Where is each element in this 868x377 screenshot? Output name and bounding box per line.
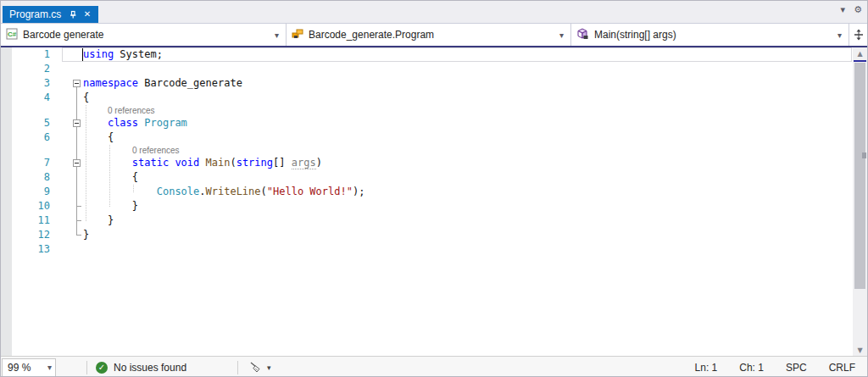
line-number: 7 (1, 156, 50, 170)
code-token: } (83, 200, 138, 212)
code-line[interactable]: 11 } (1, 213, 852, 228)
code-token: namespace (83, 77, 138, 89)
codelens-row[interactable]: 0 references (1, 145, 852, 156)
code-text: } (83, 199, 138, 213)
line-number: 13 (1, 242, 50, 257)
collapse-toggle-icon[interactable] (73, 80, 81, 87)
code-token: args (292, 157, 316, 169)
code-token (83, 117, 108, 129)
document-health-indicator[interactable]: ✓ No issues found (96, 362, 186, 374)
code-token: Main (206, 157, 231, 169)
type-dropdown[interactable]: Barcode_generate.Program ▾ (287, 24, 571, 46)
collapse-toggle-icon[interactable] (73, 159, 81, 167)
code-line[interactable]: 10 } (1, 199, 852, 213)
code-token (199, 157, 205, 169)
member-dropdown[interactable]: Main(string[] args) ▾ (571, 24, 849, 46)
codelens-references-link[interactable]: 0 references (132, 145, 180, 156)
code-line[interactable]: 4{ (1, 91, 852, 105)
text-caret (82, 48, 83, 61)
code-token: System; (114, 48, 163, 60)
code-token: { (83, 131, 114, 143)
code-line[interactable]: 6 { (1, 130, 852, 145)
line-ending-indicator[interactable]: CRLF (829, 362, 855, 374)
fold-margin (50, 213, 83, 228)
tab-bar: Program.cs ✕ ▾ ⚙ (1, 1, 867, 23)
project-dropdown[interactable]: C# Barcode generate ▾ (1, 24, 287, 46)
code-rows: 1using System;23namespace Barcode_genera… (1, 47, 867, 257)
code-line[interactable]: 5 class Program (1, 116, 852, 130)
gear-icon[interactable]: ⚙ (854, 4, 862, 15)
scrollbar-thumb[interactable] (854, 63, 865, 289)
close-icon[interactable]: ✕ (82, 10, 92, 19)
code-line[interactable]: 12} (1, 228, 852, 242)
code-text: namespace Barcode_generate (83, 76, 242, 91)
chevron-down-icon: ▾ (559, 30, 565, 40)
code-token: void (175, 157, 199, 169)
fold-margin (50, 130, 83, 145)
code-line[interactable]: 1using System; (1, 47, 852, 62)
code-line[interactable]: 8 { (1, 170, 852, 185)
zoom-level: 99 % (3, 362, 47, 374)
line-number: 1 (1, 47, 50, 62)
line-indicator[interactable]: Ln: 1 (695, 362, 718, 374)
code-editor[interactable]: 1using System;23namespace Barcode_genera… (1, 47, 867, 356)
split-window-icon (853, 29, 865, 41)
scrollbar-caret-marker (854, 60, 866, 62)
column-indicator[interactable]: Ch: 1 (739, 362, 764, 374)
fold-margin (50, 47, 83, 62)
chevron-down-icon: ▾ (47, 363, 55, 372)
code-line[interactable]: 3namespace Barcode_generate (1, 76, 852, 91)
line-number: 4 (1, 91, 50, 105)
code-token: ( (261, 186, 267, 197)
code-text: { (83, 170, 138, 185)
line-number: 11 (1, 213, 50, 228)
line-number: 5 (1, 116, 50, 130)
code-cleanup-button[interactable]: ▾ (248, 361, 271, 374)
code-token: } (83, 214, 114, 226)
code-token: "Hello World!" (267, 186, 353, 197)
fold-margin (50, 145, 83, 156)
code-text: { (83, 91, 89, 105)
code-token: ) (316, 157, 322, 169)
fold-margin (50, 156, 83, 170)
code-text: Console.WriteLine("Hello World!"); (83, 185, 364, 199)
scroll-up-icon[interactable]: ▲ (853, 47, 867, 59)
code-text: class Program (83, 116, 187, 130)
code-token: Program (144, 117, 187, 129)
fold-margin (50, 228, 83, 242)
code-token: string (236, 157, 273, 169)
svg-text:C#: C# (8, 30, 17, 38)
code-token: { (83, 91, 89, 103)
code-line[interactable]: 7 static void Main(string[] args) (1, 156, 852, 170)
member-dropdown-label: Main(string[] args) (594, 29, 832, 41)
code-text: } (83, 213, 114, 228)
editor-window: Program.cs ✕ ▾ ⚙ C# Barcode generate ▾ (0, 0, 868, 377)
code-text: { (83, 130, 114, 145)
split-window-button[interactable] (849, 24, 867, 46)
chevron-down-icon: ▾ (267, 363, 271, 372)
code-token: { (83, 171, 138, 183)
project-dropdown-label: Barcode generate (23, 29, 270, 41)
chevron-down-icon: ▾ (837, 30, 843, 40)
fold-margin (50, 91, 83, 105)
tab-program-cs[interactable]: Program.cs ✕ (3, 6, 98, 23)
code-token (83, 157, 132, 169)
line-number: 6 (1, 130, 50, 145)
navigation-bar: C# Barcode generate ▾ Barcode_generate.P… (1, 23, 867, 47)
line-number (1, 145, 50, 156)
code-line[interactable]: 13 (1, 242, 852, 257)
code-token: ( (230, 157, 236, 169)
vertical-scrollbar[interactable]: ▲ ▼ (853, 47, 867, 356)
chevron-down-icon[interactable]: ▾ (841, 4, 846, 15)
code-line[interactable]: 9 Console.WriteLine("Hello World!"); (1, 185, 852, 199)
scroll-down-icon[interactable]: ▼ (853, 344, 867, 356)
zoom-selector[interactable]: 99 % ▾ (2, 358, 56, 377)
pin-icon[interactable] (67, 10, 76, 19)
collapse-toggle-icon[interactable] (73, 119, 81, 127)
indent-mode-indicator[interactable]: SPC (786, 362, 807, 374)
code-line[interactable]: 2 (1, 62, 852, 76)
codelens-references-link[interactable]: 0 references (108, 105, 155, 116)
code-token: using (83, 48, 114, 60)
codelens-row[interactable]: 0 references (1, 105, 852, 116)
broom-icon (248, 361, 262, 374)
